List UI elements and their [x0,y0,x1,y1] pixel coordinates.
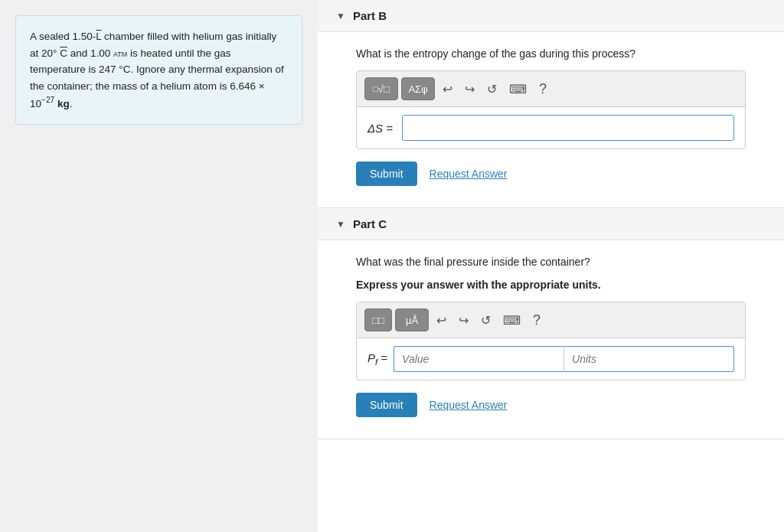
part-b-template-btn[interactable]: □√□ [364,77,398,100]
part-b-title: Part B [353,9,387,22]
part-b-content: What is the entropy change of the gas du… [318,32,784,207]
part-b-undo-btn[interactable]: ↩ [438,77,457,100]
part-c-section: ▼ Part C What was the final pressure ins… [318,208,784,439]
part-c-help-btn[interactable]: ? [528,308,545,331]
part-b-header[interactable]: ▼ Part B [318,0,784,32]
part-c-units-btn[interactable]: μÅ [395,308,429,331]
right-panel: ▼ Part B What is the entropy change of t… [318,0,784,532]
part-c-title: Part C [353,217,387,230]
part-b-answer-container: □√□ ΑΣφ ↩ ↪ ↺ ⌨ ? ΔS = [356,70,746,149]
part-b-submit-row: Submit Request Answer [356,162,746,186]
part-c-keyboard-btn[interactable]: ⌨ [498,308,525,331]
part-b-refresh-btn[interactable]: ↺ [482,77,501,100]
part-b-help-btn[interactable]: ? [534,77,551,100]
part-c-question: What was the final pressure inside the c… [356,256,746,268]
part-b-toolbar: □√□ ΑΣφ ↩ ↪ ↺ ⌨ ? [357,71,745,107]
part-c-input-row: Pf = [357,338,745,380]
part-b-input-row: ΔS = [357,107,745,149]
part-b-answer-input[interactable] [402,115,734,141]
part-b-greek-btn[interactable]: ΑΣφ [401,77,435,100]
part-c-submit-row: Submit Request Answer [356,393,746,417]
part-c-content: What was the final pressure inside the c… [318,240,784,439]
part-b-collapse-icon: ▼ [336,11,345,21]
part-c-input-label: Pf = [368,351,387,367]
part-c-collapse-icon: ▼ [336,219,345,230]
part-c-submit-button[interactable]: Submit [356,393,417,417]
part-c-undo-btn[interactable]: ↩ [432,308,451,331]
part-c-header[interactable]: ▼ Part C [318,208,784,240]
part-b-keyboard-btn[interactable]: ⌨ [505,77,531,100]
left-panel: A sealed 1.50-L chamber filled with heli… [0,0,318,532]
part-b-submit-button[interactable]: Submit [356,162,417,186]
part-c-request-answer-link[interactable]: Request Answer [430,399,508,411]
part-c-refresh-btn[interactable]: ↺ [476,308,495,331]
part-c-subtext: Express your answer with the appropriate… [356,279,746,291]
part-c-units-input[interactable] [564,346,734,372]
part-c-redo-btn[interactable]: ↪ [454,308,473,331]
part-b-redo-btn[interactable]: ↪ [460,77,479,100]
part-b-section: ▼ Part B What is the entropy change of t… [318,0,784,208]
part-c-value-input[interactable] [394,346,564,372]
part-b-question: What is the entropy change of the gas du… [356,47,746,60]
part-c-answer-container: □□ μÅ ↩ ↪ ↺ ⌨ ? Pf = [356,302,746,380]
part-c-toolbar: □□ μÅ ↩ ↪ ↺ ⌨ ? [357,302,745,338]
part-b-input-label: ΔS = [368,122,393,135]
part-b-request-answer-link[interactable]: Request Answer [430,168,508,180]
part-c-template-btn[interactable]: □□ [364,308,392,331]
problem-statement: A sealed 1.50-L chamber filled with heli… [15,15,302,125]
